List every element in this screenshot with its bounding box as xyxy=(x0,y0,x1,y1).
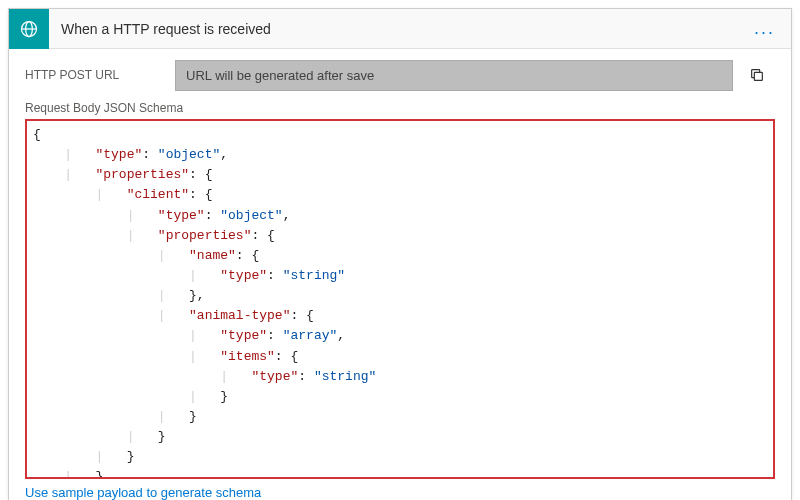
trigger-body: HTTP POST URL URL will be generated afte… xyxy=(9,49,791,500)
schema-label: Request Body JSON Schema xyxy=(25,101,775,115)
more-menu-button[interactable]: ... xyxy=(738,18,791,39)
url-value: URL will be generated after save xyxy=(175,60,733,91)
copy-url-button[interactable] xyxy=(739,59,775,91)
trigger-header[interactable]: When a HTTP request is received ... xyxy=(9,9,791,49)
svg-rect-3 xyxy=(754,72,762,80)
copy-icon xyxy=(749,67,765,83)
trigger-title: When a HTTP request is received xyxy=(49,21,738,37)
url-label: HTTP POST URL xyxy=(25,68,175,82)
sample-payload-link[interactable]: Use sample payload to generate schema xyxy=(25,485,775,500)
trigger-card: When a HTTP request is received ... HTTP… xyxy=(8,8,792,500)
http-request-icon xyxy=(9,9,49,49)
schema-editor[interactable]: { | "type": "object", | "properties": { … xyxy=(25,119,775,479)
url-row: HTTP POST URL URL will be generated afte… xyxy=(25,59,775,91)
sample-payload-label: Use sample payload to generate schema xyxy=(25,485,261,500)
